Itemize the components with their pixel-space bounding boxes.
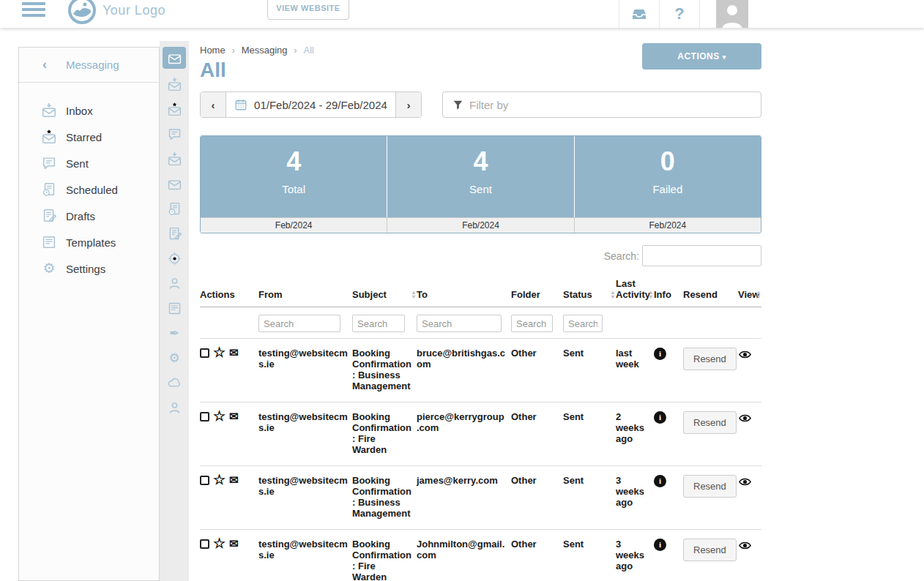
document-pencil-icon (41, 208, 57, 224)
rail-inbox-icon[interactable] (163, 75, 186, 94)
rail-sync-icon[interactable] (163, 373, 186, 392)
date-next-button[interactable]: › (395, 92, 421, 117)
rail-scheduled-icon[interactable] (163, 199, 186, 218)
inbox-envelope-icon (41, 102, 57, 119)
table-search-input[interactable] (642, 245, 761, 266)
cell-to: james@kerry.com (417, 466, 511, 530)
row-checkbox[interactable] (200, 348, 209, 358)
filter-input[interactable] (469, 99, 748, 111)
cell-last-activity: last week (616, 339, 654, 402)
info-icon[interactable]: i (654, 411, 666, 424)
rail-templates-icon[interactable] (163, 299, 186, 318)
cell-from: testing@websitecms.ie (258, 466, 352, 530)
rail-mail-icon[interactable] (163, 174, 186, 193)
caret-down-icon: ▾ (723, 53, 726, 61)
column-filter-subject[interactable] (352, 315, 405, 332)
resend-button[interactable]: Resend (683, 475, 737, 498)
envelope-icon[interactable]: ✉ (229, 348, 239, 358)
eye-view-icon[interactable] (738, 348, 752, 361)
breadcrumb-separator: › (294, 45, 297, 56)
inbox-tray-icon[interactable] (619, 0, 659, 28)
info-icon[interactable]: i (654, 539, 666, 551)
row-checkbox[interactable] (200, 539, 209, 549)
stat-value: 4 (201, 146, 387, 177)
rail-account-icon[interactable] (163, 398, 186, 417)
gear-icon: ⚙ (41, 260, 57, 277)
rail-contacts-icon[interactable] (163, 274, 186, 293)
column-header-subject[interactable]: Subject▴▾ (352, 274, 417, 307)
column-header-from: From (258, 274, 352, 307)
envelope-icon[interactable]: ✉ (229, 539, 239, 549)
column-header-status[interactable]: Status▴▾ (563, 274, 616, 307)
row-checkbox[interactable] (200, 412, 209, 421)
column-filter-to[interactable] (417, 315, 502, 332)
stat-period: Feb/2024 (201, 218, 387, 233)
date-prev-button[interactable]: ‹ (201, 92, 226, 117)
view-website-button[interactable]: VIEW WEBSITE (267, 0, 349, 20)
star-icon[interactable]: ☆ (213, 411, 226, 421)
cell-subject: Booking Confirmation: Fire Warden (352, 402, 417, 466)
resend-button[interactable]: Resend (683, 411, 737, 434)
sidebar-item-settings[interactable]: ⚙Settings (19, 255, 159, 282)
actions-dropdown-button[interactable]: ACTIONS▾ (642, 43, 761, 70)
stat-card-total: 4Total (201, 136, 387, 217)
sidebar-item-scheduled[interactable]: Scheduled (19, 176, 159, 203)
sidebar-item-sent[interactable]: Sent (19, 150, 159, 176)
star-icon[interactable]: ☆ (213, 475, 226, 485)
sidebar-item-drafts[interactable]: Drafts (19, 203, 159, 229)
sort-arrows-icon: ▴▾ (412, 290, 415, 299)
star-icon[interactable]: ☆ (213, 539, 226, 549)
breadcrumb-messaging[interactable]: Messaging (242, 45, 288, 56)
cell-to: Johnmilton@gmail.com (417, 530, 511, 581)
column-filter-status[interactable] (563, 315, 603, 332)
resend-button[interactable]: Resend (683, 348, 737, 370)
column-header-actions: Actions (200, 274, 258, 307)
envelope-icon[interactable]: ✉ (229, 411, 239, 421)
rail-settings-icon[interactable]: ⚙ (163, 348, 186, 367)
sidebar-collapse-header[interactable]: ‹ Messaging (19, 48, 159, 83)
sidebar-item-label: Scheduled (66, 184, 118, 196)
star-icon[interactable]: ☆ (213, 348, 226, 358)
logo-picture-icon (67, 0, 97, 25)
row-actions: ☆✉ (200, 348, 254, 358)
breadcrumb-home[interactable]: Home (200, 45, 226, 56)
cell-subject: Booking Confirmation: Business Managemen… (352, 339, 417, 402)
eye-view-icon[interactable] (738, 475, 752, 489)
column-filter-from[interactable] (258, 315, 340, 332)
eye-view-icon[interactable] (738, 539, 752, 552)
cell-status: Sent (563, 530, 616, 581)
cell-status: Sent (563, 402, 616, 466)
info-icon[interactable]: i (654, 348, 666, 360)
rail-chat-icon[interactable] (163, 124, 186, 143)
column-filter-folder[interactable] (511, 315, 553, 332)
info-icon[interactable]: i (654, 475, 666, 487)
eye-view-icon[interactable] (738, 411, 752, 425)
hamburger-menu-icon[interactable] (22, 2, 45, 20)
column-header-view[interactable]: View▴▾ (738, 274, 761, 307)
help-icon[interactable]: ? (660, 0, 699, 28)
sidebar-item-templates[interactable]: Templates (19, 229, 159, 255)
user-avatar[interactable] (716, 0, 748, 28)
funnel-icon (452, 100, 463, 110)
column-header-last-activity[interactable]: Last Activity▴▾ (616, 274, 654, 307)
main-content: Home›Messaging›All All ACTIONS▾ ‹ 01/Feb… (200, 41, 761, 581)
rail-messaging-icon[interactable] (163, 47, 186, 69)
sidebar-title: Messaging (66, 59, 119, 71)
row-checkbox[interactable] (200, 476, 209, 485)
rail-drafts-icon[interactable] (163, 224, 186, 243)
rail-starred-icon[interactable] (163, 100, 186, 119)
resend-button[interactable]: Resend (683, 539, 737, 561)
rail-signature-icon[interactable]: ✒ (163, 323, 186, 342)
rail-automation-icon[interactable] (163, 249, 186, 268)
cell-status: Sent (563, 339, 616, 402)
cell-subject: Booking Confirmation: Fire Warden (352, 530, 417, 581)
sidebar-item-starred[interactable]: Starred (19, 124, 159, 150)
date-range-picker[interactable]: 01/Feb/2024 - 29/Feb/2024 (226, 92, 395, 117)
rail-sent-icon[interactable] (163, 149, 186, 168)
cell-folder: Other (511, 339, 563, 402)
envelope-icon[interactable]: ✉ (229, 475, 239, 485)
column-header-info: Info (654, 274, 683, 307)
stat-value: 4 (387, 146, 573, 177)
sidebar-item-inbox[interactable]: Inbox (19, 97, 159, 124)
sidebar-item-label: Settings (66, 263, 105, 275)
